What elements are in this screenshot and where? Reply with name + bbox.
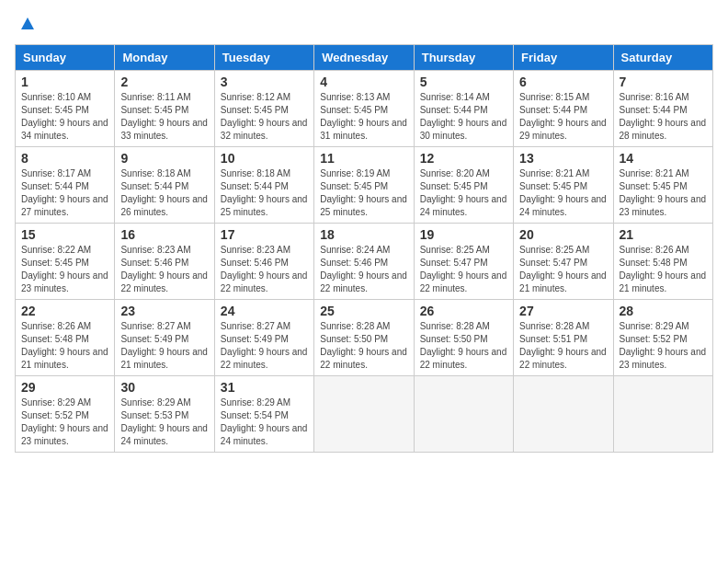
sunrise-text: Sunrise: 8:18 AM	[120, 167, 208, 180]
cell-info: Sunrise: 8:27 AM Sunset: 5:49 PM Dayligh…	[120, 320, 208, 372]
sunrise-text: Sunrise: 8:24 AM	[320, 244, 407, 257]
calendar-cell: 20 Sunrise: 8:25 AM Sunset: 5:47 PM Dayl…	[514, 224, 613, 300]
sunrise-text: Sunrise: 8:13 AM	[320, 91, 407, 104]
day-number: 19	[420, 227, 507, 242]
sunset-text: Sunset: 5:45 PM	[420, 180, 507, 193]
sunset-text: Sunset: 5:45 PM	[320, 180, 407, 193]
sunset-text: Sunset: 5:45 PM	[221, 104, 308, 117]
calendar-week-row: 22 Sunrise: 8:26 AM Sunset: 5:48 PM Dayl…	[16, 300, 713, 376]
day-number: 18	[320, 227, 407, 242]
calendar-cell: 14 Sunrise: 8:21 AM Sunset: 5:45 PM Dayl…	[613, 147, 712, 224]
daylight-text: Daylight: 9 hours and 24 minutes.	[519, 193, 607, 219]
cell-info: Sunrise: 8:18 AM Sunset: 5:44 PM Dayligh…	[221, 167, 308, 219]
daylight-text: Daylight: 9 hours and 28 minutes.	[620, 117, 707, 143]
cell-info: Sunrise: 8:12 AM Sunset: 5:45 PM Dayligh…	[221, 91, 308, 143]
daylight-text: Daylight: 9 hours and 22 minutes.	[120, 270, 208, 295]
sunset-text: Sunset: 5:44 PM	[420, 104, 507, 117]
sunrise-text: Sunrise: 8:21 AM	[620, 167, 707, 180]
sunrise-text: Sunrise: 8:29 AM	[620, 320, 707, 333]
sunrise-text: Sunrise: 8:21 AM	[519, 167, 607, 180]
calendar-cell: 17 Sunrise: 8:23 AM Sunset: 5:46 PM Dayl…	[214, 224, 313, 300]
calendar-cell: 28 Sunrise: 8:29 AM Sunset: 5:52 PM Dayl…	[613, 300, 712, 376]
calendar-cell	[414, 376, 513, 453]
sunset-text: Sunset: 5:46 PM	[120, 257, 208, 270]
daylight-text: Daylight: 9 hours and 21 minutes.	[519, 270, 607, 295]
daylight-text: Daylight: 9 hours and 24 minutes.	[120, 422, 208, 448]
day-number: 15	[21, 227, 108, 242]
calendar-cell: 26 Sunrise: 8:28 AM Sunset: 5:50 PM Dayl…	[414, 300, 513, 376]
sunrise-text: Sunrise: 8:25 AM	[519, 244, 607, 257]
daylight-text: Daylight: 9 hours and 23 minutes.	[21, 422, 108, 448]
calendar-cell: 3 Sunrise: 8:12 AM Sunset: 5:45 PM Dayli…	[214, 71, 313, 147]
cell-info: Sunrise: 8:26 AM Sunset: 5:48 PM Dayligh…	[21, 320, 108, 372]
calendar-cell: 31 Sunrise: 8:29 AM Sunset: 5:54 PM Dayl…	[214, 376, 313, 453]
day-number: 20	[519, 227, 607, 242]
sunset-text: Sunset: 5:52 PM	[620, 333, 707, 346]
cell-info: Sunrise: 8:24 AM Sunset: 5:46 PM Dayligh…	[320, 244, 407, 295]
cell-info: Sunrise: 8:14 AM Sunset: 5:44 PM Dayligh…	[420, 91, 507, 143]
day-number: 25	[320, 304, 407, 318]
daylight-text: Daylight: 9 hours and 24 minutes.	[221, 422, 308, 448]
sunset-text: Sunset: 5:50 PM	[420, 333, 507, 346]
sunset-text: Sunset: 5:47 PM	[420, 257, 507, 270]
cell-info: Sunrise: 8:10 AM Sunset: 5:45 PM Dayligh…	[21, 91, 108, 143]
calendar-cell: 29 Sunrise: 8:29 AM Sunset: 5:52 PM Dayl…	[16, 376, 115, 453]
calendar-cell: 18 Sunrise: 8:24 AM Sunset: 5:46 PM Dayl…	[314, 224, 414, 300]
calendar-cell: 25 Sunrise: 8:28 AM Sunset: 5:50 PM Dayl…	[314, 300, 414, 376]
column-header-monday: Monday	[115, 45, 214, 71]
day-number: 30	[120, 380, 208, 395]
calendar-cell: 27 Sunrise: 8:28 AM Sunset: 5:51 PM Dayl…	[514, 300, 613, 376]
sunrise-text: Sunrise: 8:28 AM	[519, 320, 607, 333]
cell-info: Sunrise: 8:11 AM Sunset: 5:45 PM Dayligh…	[120, 91, 208, 143]
cell-info: Sunrise: 8:21 AM Sunset: 5:45 PM Dayligh…	[620, 167, 707, 219]
sunset-text: Sunset: 5:44 PM	[620, 104, 707, 117]
calendar-week-row: 8 Sunrise: 8:17 AM Sunset: 5:44 PM Dayli…	[16, 147, 713, 224]
daylight-text: Daylight: 9 hours and 22 minutes.	[320, 270, 407, 295]
day-number: 29	[21, 380, 108, 395]
sunrise-text: Sunrise: 8:29 AM	[221, 396, 308, 409]
sunrise-text: Sunrise: 8:15 AM	[519, 91, 607, 104]
daylight-text: Daylight: 9 hours and 33 minutes.	[120, 117, 208, 143]
sunset-text: Sunset: 5:44 PM	[120, 180, 208, 193]
sunset-text: Sunset: 5:45 PM	[320, 104, 407, 117]
calendar-cell: 13 Sunrise: 8:21 AM Sunset: 5:45 PM Dayl…	[514, 147, 613, 224]
cell-info: Sunrise: 8:29 AM Sunset: 5:52 PM Dayligh…	[21, 396, 108, 448]
daylight-text: Daylight: 9 hours and 22 minutes.	[519, 346, 607, 372]
calendar-cell: 2 Sunrise: 8:11 AM Sunset: 5:45 PM Dayli…	[115, 71, 214, 147]
calendar-cell: 30 Sunrise: 8:29 AM Sunset: 5:53 PM Dayl…	[115, 376, 214, 453]
sunset-text: Sunset: 5:45 PM	[21, 104, 108, 117]
sunrise-text: Sunrise: 8:10 AM	[21, 91, 108, 104]
calendar-cell	[613, 376, 712, 453]
day-number: 6	[519, 75, 607, 89]
calendar-cell: 6 Sunrise: 8:15 AM Sunset: 5:44 PM Dayli…	[514, 71, 613, 147]
sunrise-text: Sunrise: 8:27 AM	[120, 320, 208, 333]
calendar-cell: 4 Sunrise: 8:13 AM Sunset: 5:45 PM Dayli…	[314, 71, 414, 147]
page-header	[15, 15, 713, 33]
daylight-text: Daylight: 9 hours and 22 minutes.	[221, 346, 308, 372]
calendar-cell: 9 Sunrise: 8:18 AM Sunset: 5:44 PM Dayli…	[115, 147, 214, 224]
daylight-text: Daylight: 9 hours and 34 minutes.	[21, 117, 108, 143]
cell-info: Sunrise: 8:13 AM Sunset: 5:45 PM Dayligh…	[320, 91, 407, 143]
sunset-text: Sunset: 5:45 PM	[519, 180, 607, 193]
calendar-cell: 24 Sunrise: 8:27 AM Sunset: 5:49 PM Dayl…	[214, 300, 313, 376]
calendar-cell: 16 Sunrise: 8:23 AM Sunset: 5:46 PM Dayl…	[115, 224, 214, 300]
cell-info: Sunrise: 8:28 AM Sunset: 5:50 PM Dayligh…	[420, 320, 507, 372]
column-header-friday: Friday	[514, 45, 613, 71]
cell-info: Sunrise: 8:22 AM Sunset: 5:45 PM Dayligh…	[21, 244, 108, 295]
daylight-text: Daylight: 9 hours and 21 minutes.	[620, 270, 707, 295]
cell-info: Sunrise: 8:19 AM Sunset: 5:45 PM Dayligh…	[320, 167, 407, 219]
sunset-text: Sunset: 5:44 PM	[21, 180, 108, 193]
column-header-wednesday: Wednesday	[314, 45, 414, 71]
cell-info: Sunrise: 8:28 AM Sunset: 5:50 PM Dayligh…	[320, 320, 407, 372]
calendar-cell	[314, 376, 414, 453]
sunrise-text: Sunrise: 8:14 AM	[420, 91, 507, 104]
calendar-cell: 1 Sunrise: 8:10 AM Sunset: 5:45 PM Dayli…	[16, 71, 115, 147]
svg-marker-0	[21, 17, 34, 29]
day-number: 24	[221, 304, 308, 318]
daylight-text: Daylight: 9 hours and 25 minutes.	[320, 193, 407, 219]
daylight-text: Daylight: 9 hours and 31 minutes.	[320, 117, 407, 143]
calendar-header-row: SundayMondayTuesdayWednesdayThursdayFrid…	[16, 45, 713, 71]
day-number: 31	[221, 380, 308, 395]
cell-info: Sunrise: 8:29 AM Sunset: 5:54 PM Dayligh…	[221, 396, 308, 448]
day-number: 4	[320, 75, 407, 89]
